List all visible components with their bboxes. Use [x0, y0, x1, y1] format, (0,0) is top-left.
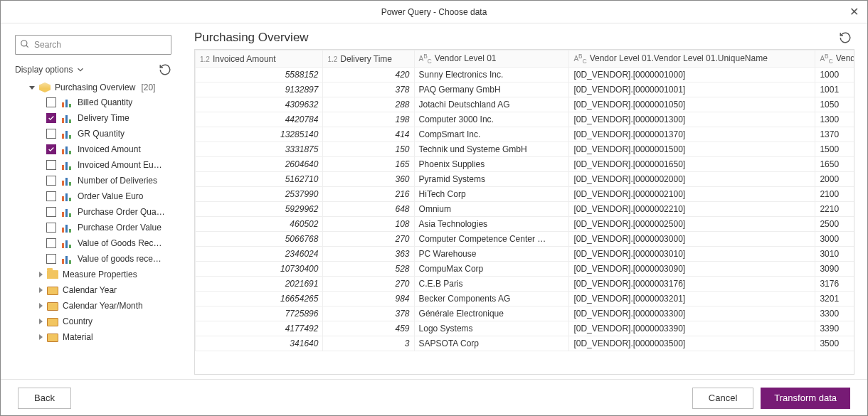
- data-grid[interactable]: 1.2Invoiced Amount1.2Delivery TimeABCVen…: [194, 49, 854, 375]
- table-row[interactable]: 4309632288Jotachi Deutschland AG[0D_VEND…: [196, 97, 855, 112]
- table-row[interactable]: 3416403SAPSOTA Corp[0D_VENDOR].[00000035…: [196, 336, 855, 351]
- column-header[interactable]: 1.2Invoiced Amount: [196, 50, 323, 68]
- refresh-main-icon[interactable]: [839, 31, 852, 44]
- column-header[interactable]: 1.2Delivery Time: [323, 50, 414, 68]
- checkbox-icon[interactable]: [46, 176, 56, 186]
- group-1[interactable]: Calendar Year: [15, 282, 183, 298]
- search-input[interactable]: Search: [15, 35, 171, 55]
- field-6[interactable]: Order Value Euro: [15, 188, 183, 204]
- cell: 414: [323, 127, 414, 142]
- cell: [0D_VENDOR].[0000003300]: [569, 306, 815, 321]
- cell: 5066768: [196, 232, 323, 247]
- measure-icon: [62, 238, 73, 248]
- checkbox-checked-icon[interactable]: [46, 144, 56, 154]
- column-header[interactable]: ABCVendor Level 01: [414, 50, 569, 68]
- close-icon[interactable]: ✕: [850, 5, 859, 18]
- checkbox-icon[interactable]: [46, 160, 56, 170]
- table-row[interactable]: 2021691270C.E.B Paris[0D_VENDOR].[000000…: [196, 277, 855, 292]
- field-9[interactable]: Value of Goods Rec…: [15, 235, 183, 251]
- cell: 984: [323, 292, 414, 306]
- cell: 150: [323, 142, 414, 157]
- group-3[interactable]: Country: [15, 314, 183, 329]
- footer: Back Cancel Transform data: [1, 379, 867, 416]
- table-row[interactable]: 16654265984Becker Components AG[0D_VENDO…: [196, 292, 855, 306]
- cube-icon: [39, 82, 51, 92]
- cell: PAQ Germany GmbH: [414, 82, 569, 97]
- cell: 2500: [815, 217, 854, 232]
- cell: [0D_VENDOR].[0000001500]: [569, 142, 815, 157]
- hierarchy-icon: [47, 285, 58, 295]
- table-row[interactable]: 13285140414CompSmart Inc.[0D_VENDOR].[00…: [196, 127, 855, 142]
- table-row[interactable]: 5162710360Pyramid Systems[0D_VENDOR].[00…: [196, 172, 855, 187]
- refresh-icon[interactable]: [159, 63, 171, 76]
- table-row[interactable]: 9132897378PAQ Germany GmbH[0D_VENDOR].[0…: [196, 82, 855, 97]
- cell: 1370: [815, 127, 854, 142]
- checkbox-checked-icon[interactable]: [46, 113, 56, 123]
- cell: 378: [323, 306, 414, 321]
- field-label: Value of goods rece…: [78, 254, 162, 264]
- cancel-button[interactable]: Cancel: [692, 388, 753, 409]
- cell: Phoenix Supplies: [414, 157, 569, 172]
- field-1[interactable]: Delivery Time: [15, 110, 183, 126]
- checkbox-icon[interactable]: [46, 129, 56, 139]
- cell: Becker Components AG: [414, 292, 569, 306]
- field-4[interactable]: Invoiced Amount Eu…: [15, 157, 183, 173]
- table-row[interactable]: 3331875150Technik und Systeme GmbH[0D_VE…: [196, 142, 855, 157]
- chevron-down-icon: [75, 65, 85, 75]
- cell: 4177492: [196, 321, 323, 336]
- field-10[interactable]: Value of goods rece…: [15, 251, 183, 267]
- column-header[interactable]: ABCVendor Level 01.Vendor Level 01.Uniqu…: [569, 50, 815, 68]
- cell: 3010: [815, 247, 854, 262]
- cell: 3500: [815, 336, 854, 351]
- titlebar: Power Query - Choose data ✕: [1, 1, 867, 23]
- checkbox-icon[interactable]: [46, 191, 56, 201]
- group-2[interactable]: Calendar Year/Month: [15, 298, 183, 314]
- field-0[interactable]: Billed Quantity: [15, 95, 183, 110]
- table-row[interactable]: 10730400528CompuMax Corp[0D_VENDOR].[000…: [196, 262, 855, 277]
- field-7[interactable]: Purchase Order Qua…: [15, 204, 183, 220]
- cell: [0D_VENDOR].[0000003010]: [569, 247, 815, 262]
- table-row[interactable]: 2604640165Phoenix Supplies[0D_VENDOR].[0…: [196, 157, 855, 172]
- group-4[interactable]: Material: [15, 329, 183, 345]
- cell: Omnium: [414, 202, 569, 217]
- back-button[interactable]: Back: [18, 388, 71, 409]
- field-2[interactable]: GR Quantity: [15, 126, 183, 142]
- group-0[interactable]: Measure Properties: [15, 267, 183, 282]
- checkbox-icon[interactable]: [46, 223, 56, 233]
- table-row[interactable]: 7725896378Générale Electronique[0D_VENDO…: [196, 306, 855, 321]
- table-row[interactable]: 5066768270Computer Competence Center …[0…: [196, 232, 855, 247]
- field-8[interactable]: Purchase Order Value: [15, 220, 183, 235]
- measure-icon: [62, 129, 73, 139]
- cell: 13285140: [196, 127, 323, 142]
- cell: Computer Competence Center …: [414, 232, 569, 247]
- cell: SAPSOTA Corp: [414, 336, 569, 351]
- transform-data-button[interactable]: Transform data: [761, 388, 850, 409]
- display-options-dropdown[interactable]: Display options: [15, 65, 85, 75]
- checkbox-icon[interactable]: [46, 238, 56, 248]
- table-row[interactable]: 460502108Asia Technologies[0D_VENDOR].[0…: [196, 217, 855, 232]
- field-label: Delivery Time: [78, 113, 129, 123]
- type-icon: 1.2: [327, 55, 337, 63]
- cell: 3390: [815, 321, 854, 336]
- table-row[interactable]: 5929962648Omnium[0D_VENDOR].[0000002210]…: [196, 202, 855, 217]
- tree-root[interactable]: Purchasing Overview[20]: [15, 80, 183, 95]
- column-header[interactable]: ABCVendor Level 01.Key: [815, 50, 854, 68]
- cell: 5929962: [196, 202, 323, 217]
- table-row[interactable]: 2537990216HiTech Corp[0D_VENDOR].[000000…: [196, 187, 855, 202]
- field-5[interactable]: Number of Deliveries: [15, 173, 183, 188]
- field-3[interactable]: Invoiced Amount: [15, 142, 183, 157]
- cell: 2100: [815, 187, 854, 202]
- cell: 5162710: [196, 172, 323, 187]
- table-row[interactable]: 4177492459Logo Systems[0D_VENDOR].[00000…: [196, 321, 855, 336]
- table-row[interactable]: 5588152420Sunny Electronics Inc.[0D_VEND…: [196, 68, 855, 82]
- checkbox-icon[interactable]: [46, 207, 56, 217]
- measure-icon: [62, 97, 73, 107]
- checkbox-icon[interactable]: [46, 254, 56, 264]
- checkbox-icon[interactable]: [46, 97, 56, 107]
- cell: 3331875: [196, 142, 323, 157]
- cell: 2537990: [196, 187, 323, 202]
- field-tree[interactable]: Purchasing Overview[20]Billed QuantityDe…: [15, 80, 186, 379]
- cell: 459: [323, 321, 414, 336]
- table-row[interactable]: 2346024363PC Warehouse[0D_VENDOR].[00000…: [196, 247, 855, 262]
- table-row[interactable]: 4420784198Computer 3000 Inc.[0D_VENDOR].…: [196, 112, 855, 127]
